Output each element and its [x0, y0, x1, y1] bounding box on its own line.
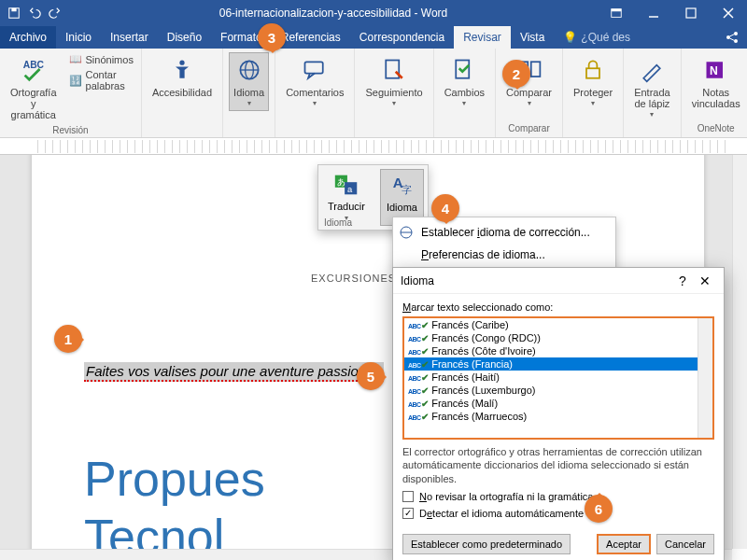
menu-set-proofing-language[interactable]: Establecer idioma de corrección...: [393, 221, 615, 244]
language-item-label: Francés (Congo (RDC)): [431, 332, 541, 343]
tell-me-label: ¿Qué des: [581, 31, 630, 44]
language-listbox[interactable]: ABC✔Francés (Caribe)ABC✔Francés (Congo (…: [402, 316, 714, 440]
language-list-item[interactable]: ABC✔Francés (Caribe): [404, 318, 712, 331]
ribbon: ABC Ortografía y gramática 📖Sinónimos 🔢C…: [0, 49, 747, 138]
language-list-item[interactable]: ABC✔Francés (Haití): [404, 371, 712, 384]
svg-rect-3: [612, 9, 622, 12]
dialog-title: Idioma: [401, 274, 671, 287]
thesaurus-icon: 📖: [69, 53, 82, 65]
save-icon[interactable]: [7, 7, 21, 20]
callout-3: 3: [258, 23, 286, 51]
chevron-down-icon: ▾: [313, 100, 317, 108]
changes-button[interactable]: Cambios ▾: [440, 52, 489, 111]
menu-language-preferences[interactable]: Preferencias de idioma...: [393, 244, 615, 266]
tab-mailings[interactable]: Correspondencia: [350, 26, 454, 49]
undo-icon[interactable]: [28, 7, 41, 20]
translate-icon: あa: [332, 171, 360, 199]
redo-icon[interactable]: [49, 7, 62, 20]
tracking-button[interactable]: Seguimiento ▾: [360, 52, 427, 111]
set-proofing-icon: [399, 225, 414, 240]
checkbox-detect-language[interactable]: ✓ Detectar el idioma automáticamente: [402, 508, 714, 519]
onenote-button[interactable]: N Notas vinculadas: [687, 52, 745, 112]
translate-label: Traducir: [328, 201, 365, 212]
tab-file[interactable]: Archivo: [0, 26, 56, 49]
selected-text[interactable]: Faites vos valises pour une aventure pas…: [84, 362, 384, 382]
tracking-label: Seguimiento: [365, 87, 422, 98]
dialog-help-icon[interactable]: ?: [671, 273, 694, 288]
language-list-item[interactable]: ABC✔Francés (Côte d'Ivoire): [404, 344, 712, 357]
language-list-item[interactable]: ABC✔Francés (Francia): [404, 357, 712, 371]
checkbox-icon: ✓: [402, 508, 414, 519]
protect-label: Proteger: [573, 87, 613, 98]
listbox-scrollbar[interactable]: [698, 318, 712, 438]
callout-5: 5: [357, 362, 385, 390]
tab-view[interactable]: Vista: [511, 26, 554, 49]
protect-icon: [578, 55, 608, 85]
tab-home[interactable]: Inicio: [56, 26, 101, 49]
thesaurus-button[interactable]: 📖Sinónimos: [67, 52, 135, 66]
language-list-item[interactable]: ABC✔Francés (Congo (RDC)): [404, 331, 712, 344]
set-default-button[interactable]: Establecer como predeterminado: [402, 534, 571, 554]
svg-point-10: [734, 39, 738, 43]
changes-label: Cambios: [444, 87, 485, 98]
tab-review[interactable]: Revisar: [454, 26, 511, 49]
tell-me[interactable]: 💡 ¿Qué des: [554, 26, 640, 49]
wordcount-icon: 🔢: [69, 75, 82, 87]
language-button[interactable]: Idioma ▾: [229, 52, 269, 111]
group-onenote-label: OneNote: [698, 121, 735, 133]
svg-rect-20: [457, 61, 470, 78]
close-icon[interactable]: [710, 0, 747, 26]
svg-rect-22: [530, 62, 540, 77]
accessibility-label: Accesibilidad: [152, 87, 212, 98]
callout-1: 1: [54, 325, 82, 353]
wordcount-button[interactable]: 🔢Contar palabras: [67, 68, 135, 92]
wordcount-label: Contar palabras: [86, 69, 134, 91]
svg-text:a: a: [347, 185, 353, 194]
share-icon[interactable]: [725, 30, 740, 45]
svg-text:字: 字: [402, 184, 412, 195]
checkbox-no-proof[interactable]: No revisar la ortografía ni la gramática: [402, 491, 714, 502]
spelling-button[interactable]: ABC Ortografía y gramática: [6, 52, 62, 123]
spelling-icon: ABC: [19, 55, 49, 85]
tab-design[interactable]: Diseño: [158, 26, 211, 49]
language-icon: [234, 55, 264, 85]
language-dialog: Idioma ? ✕ Marcar texto seleccionado com…: [392, 267, 725, 560]
spellcheck-icon: ABC✔: [408, 385, 428, 396]
tracking-icon: [379, 55, 409, 85]
spellcheck-icon: ABC✔: [408, 333, 428, 343]
callout-2: 2: [502, 60, 530, 88]
language-list-item[interactable]: ABC✔Francés (Marruecos): [404, 410, 712, 423]
chevron-down-icon: ▾: [392, 100, 396, 108]
dialog-label: Marcar texto seleccionado como:: [402, 301, 714, 313]
language-item-label: Francés (Côte d'Ivoire): [431, 345, 536, 357]
comments-button[interactable]: Comentarios ▾: [281, 52, 348, 111]
lightbulb-icon: 💡: [563, 31, 577, 44]
cancel-button[interactable]: Cancelar: [656, 534, 714, 554]
protect-button[interactable]: Proteger ▾: [569, 52, 617, 111]
dialog-close-icon[interactable]: ✕: [694, 273, 716, 288]
language-sub-icon: A字: [388, 172, 416, 200]
minimize-icon[interactable]: [635, 0, 672, 26]
svg-text:ABC: ABC: [23, 60, 45, 70]
tab-insert[interactable]: Insertar: [101, 26, 158, 49]
language-item-label: Francés (Caribe): [431, 319, 509, 330]
horizontal-ruler[interactable]: [0, 138, 747, 155]
language-list-item[interactable]: ABC✔Francés (Luxemburgo): [404, 384, 712, 397]
ink-button[interactable]: Entrada de lápiz ▾: [629, 52, 675, 122]
language-item-label: Francés (Francia): [431, 358, 513, 370]
ok-button[interactable]: Aceptar: [597, 534, 651, 554]
language-item-label: Francés (Malí): [431, 398, 498, 409]
spellcheck-icon: ABC✔: [408, 346, 428, 357]
comments-icon: [300, 55, 330, 85]
menu-prefs-label: Preferencias de idioma...: [421, 248, 545, 261]
ribbon-display-options-icon[interactable]: [598, 0, 635, 26]
vertical-scrollbar[interactable]: [732, 155, 747, 549]
accessibility-button[interactable]: Accesibilidad: [148, 52, 217, 101]
checkbox-detect-label: Detectar el idioma automáticamente: [419, 508, 584, 519]
svg-rect-18: [305, 62, 323, 73]
title-bar: 06-internacionalizacion-y-accesibilidad …: [0, 0, 747, 26]
spellcheck-icon: ABC✔: [408, 412, 428, 422]
language-list-item[interactable]: ABC✔Francés (Malí): [404, 397, 712, 410]
maximize-icon[interactable]: [672, 0, 710, 26]
language-label: Idioma: [233, 87, 264, 98]
